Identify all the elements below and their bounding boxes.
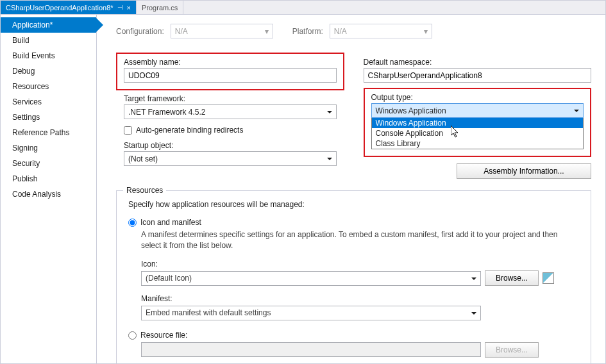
output-type-dropdown: Windows Application Console Application … [371, 117, 584, 149]
tab-project-properties[interactable]: CSharpUserOperandApplication8* ⊣ × [1, 1, 137, 14]
sidebar-item-build[interactable]: Build [1, 33, 96, 48]
resources-intro: Specify how application resources will b… [128, 200, 579, 209]
resource-file-input [141, 342, 481, 357]
default-namespace-input[interactable] [364, 68, 592, 83]
pin-icon[interactable]: ⊣ [117, 4, 123, 11]
output-type-label: Output type: [371, 93, 584, 102]
sidebar-item-build-events[interactable]: Build Events [1, 48, 96, 63]
platform-label: Platform: [292, 27, 323, 36]
output-type-select[interactable]: Windows Application [371, 103, 584, 118]
default-namespace-label: Default namespace: [364, 58, 592, 67]
sidebar-item-resources[interactable]: Resources [1, 79, 96, 94]
assembly-information-button[interactable]: Assembly Information... [457, 163, 591, 179]
icon-label: Icon: [141, 259, 579, 270]
resources-legend: Resources [123, 186, 166, 195]
sidebar-item-security[interactable]: Security [1, 156, 96, 171]
assembly-name-highlight: Assembly name: [116, 53, 344, 90]
sidebar-item-services[interactable]: Services [1, 94, 96, 110]
auto-generate-redirects-label: Auto-generate binding redirects [136, 126, 243, 135]
browse-resource-button: Browse... [485, 342, 539, 358]
startup-object-label: Startup object: [124, 141, 337, 150]
sidebar-item-settings[interactable]: Settings [1, 110, 96, 125]
output-type-highlight: Output type: Windows Application Windows… [364, 88, 592, 157]
startup-object-select[interactable]: (Not set) [124, 151, 337, 166]
dropdown-option-windows-app[interactable]: Windows Application [372, 118, 584, 128]
assembly-name-input[interactable] [124, 68, 337, 83]
editor-tabs: CSharpUserOperandApplication8* ⊣ × Progr… [1, 1, 605, 15]
manifest-label: Manifest: [141, 294, 579, 304]
platform-select: N/A▾ [330, 24, 432, 38]
icon-select[interactable]: (Default Icon) [141, 271, 481, 286]
sidebar-item-application[interactable]: Application* [1, 17, 96, 33]
application-panel: Configuration: N/A▾ Platform: N/A▾ Assem… [97, 15, 605, 363]
target-framework-label: Target framework: [124, 94, 337, 103]
icon-manifest-label: Icon and manifest [140, 218, 201, 227]
browse-icon-button[interactable]: Browse... [485, 270, 539, 286]
sidebar-item-publish[interactable]: Publish [1, 171, 96, 186]
tab-program-cs[interactable]: Program.cs [137, 1, 183, 14]
close-icon[interactable]: × [127, 4, 131, 12]
resources-group: Resources Specify how application resour… [116, 190, 591, 363]
properties-sidebar: Application*BuildBuild EventsDebugResour… [1, 15, 97, 363]
chevron-down-icon: ▾ [424, 27, 428, 36]
manifest-select[interactable]: Embed manifest with default settings [141, 306, 481, 320]
dropdown-option-console-app[interactable]: Console Application [372, 128, 584, 138]
auto-generate-redirects-checkbox[interactable] [124, 126, 132, 135]
resource-file-radio[interactable] [128, 331, 137, 340]
sidebar-item-code-analysis[interactable]: Code Analysis [1, 186, 96, 202]
chevron-down-icon: ▾ [265, 27, 269, 36]
configuration-label: Configuration: [116, 27, 164, 36]
resource-file-label: Resource file: [140, 331, 187, 340]
manifest-description: A manifest determines specific settings … [141, 229, 579, 251]
tab-label: CSharpUserOperandApplication8* [6, 4, 114, 12]
configuration-select: N/A▾ [171, 24, 273, 38]
sidebar-item-signing[interactable]: Signing [1, 140, 96, 156]
config-platform-row: Configuration: N/A▾ Platform: N/A▾ [116, 24, 591, 38]
icon-manifest-radio[interactable] [128, 219, 137, 227]
sidebar-item-reference-paths[interactable]: Reference Paths [1, 125, 96, 140]
target-framework-select[interactable]: .NET Framework 4.5.2 [124, 104, 337, 119]
default-icon-preview [543, 272, 554, 284]
sidebar-item-debug[interactable]: Debug [1, 63, 96, 79]
dropdown-option-class-library[interactable]: Class Library [372, 138, 584, 149]
assembly-name-label: Assembly name: [124, 58, 337, 67]
tab-label: Program.cs [142, 4, 178, 12]
